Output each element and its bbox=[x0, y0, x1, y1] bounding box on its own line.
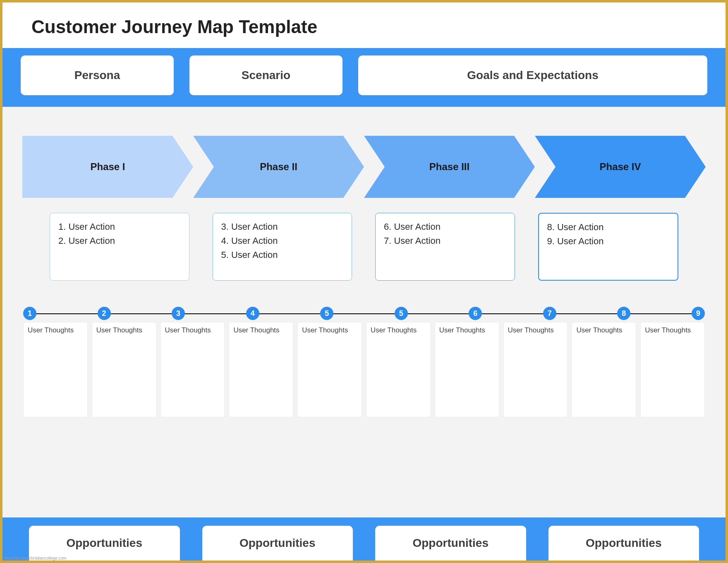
thoughts-section: 1234556789 User ThoughtsUser ThoughtsUse… bbox=[10, 285, 718, 513]
footer-card-opportunities: Opportunities bbox=[202, 526, 353, 561]
page-title: Customer Journey Map Template bbox=[31, 17, 697, 37]
timeline-point: 5 bbox=[395, 307, 408, 320]
action-item: 8. User Action bbox=[547, 220, 670, 234]
timeline-point: 3 bbox=[172, 307, 185, 320]
timeline-point: 8 bbox=[617, 307, 630, 320]
action-item: 9. User Action bbox=[547, 234, 670, 248]
timeline-point: 7 bbox=[543, 307, 556, 320]
thought-card: User Thoughts bbox=[23, 322, 88, 417]
phase-label: Phase IV bbox=[599, 161, 641, 173]
thought-card: User Thoughts bbox=[435, 322, 499, 417]
timeline: 1234556789 bbox=[23, 307, 705, 320]
header-card-goals: Goals and Expectations bbox=[358, 55, 707, 95]
thought-card: User Thoughts bbox=[229, 322, 293, 417]
action-box-3: 6. User Action7. User Action bbox=[375, 213, 515, 281]
phase-arrow-1: Phase I bbox=[22, 136, 193, 198]
header-card-persona: Persona bbox=[21, 55, 174, 95]
action-item: 1. User Action bbox=[58, 220, 181, 234]
footer-card-opportunities: Opportunities bbox=[548, 526, 699, 561]
action-item: 6. User Action bbox=[384, 220, 506, 234]
footer-card-opportunities: Opportunities bbox=[29, 526, 180, 561]
action-item: 7. User Action bbox=[384, 234, 506, 248]
diagram-frame: Customer Journey Map Template Persona Sc… bbox=[0, 0, 728, 563]
timeline-point: 2 bbox=[98, 307, 111, 320]
timeline-point: 9 bbox=[692, 307, 705, 320]
phase-arrow-4: Phase IV bbox=[535, 136, 706, 198]
phase-label: Phase II bbox=[260, 161, 297, 173]
action-item: 2. User Action bbox=[58, 234, 181, 248]
thought-card: User Thoughts bbox=[640, 322, 705, 417]
action-box-4: 8. User Action9. User Action bbox=[538, 213, 679, 281]
timeline-point: 1 bbox=[23, 307, 36, 320]
thought-card: User Thoughts bbox=[297, 322, 362, 417]
action-boxes: 1. User Action2. User Action 3. User Act… bbox=[10, 198, 718, 285]
action-box-2: 3. User Action4. User Action5. User Acti… bbox=[213, 213, 352, 281]
timeline-point: 4 bbox=[246, 307, 259, 320]
action-item: 3. User Action bbox=[221, 220, 344, 234]
phase-arrow-2: Phase II bbox=[193, 136, 364, 198]
main-area: Phase I Phase II Phase III Phase IV 1. U… bbox=[2, 107, 726, 517]
action-item: 4. User Action bbox=[221, 234, 344, 248]
thought-card: User Thoughts bbox=[92, 322, 156, 417]
header-card-scenario: Scenario bbox=[189, 55, 342, 95]
timeline-point: 6 bbox=[469, 307, 482, 320]
action-box-1: 1. User Action2. User Action bbox=[50, 213, 189, 281]
thought-card: User Thoughts bbox=[572, 322, 636, 417]
header-strip: Persona Scenario Goals and Expectations bbox=[2, 48, 726, 107]
footer-card-opportunities: Opportunities bbox=[375, 526, 526, 561]
phase-arrows: Phase I Phase II Phase III Phase IV bbox=[10, 136, 718, 198]
phase-label: Phase I bbox=[90, 161, 125, 173]
thought-card: User Thoughts bbox=[160, 322, 225, 417]
title-bar: Customer Journey Map Template bbox=[2, 2, 726, 48]
thought-card: User Thoughts bbox=[503, 322, 568, 417]
phase-arrow-3: Phase III bbox=[364, 136, 535, 198]
thought-cards: User ThoughtsUser ThoughtsUser ThoughtsU… bbox=[23, 322, 705, 417]
watermark: www.heritagechristiancollege.com bbox=[4, 556, 67, 561]
timeline-axis bbox=[30, 313, 698, 314]
footer-strip: OpportunitiesOpportunitiesOpportunitiesO… bbox=[2, 517, 726, 561]
action-item: 5. User Action bbox=[221, 248, 344, 262]
thought-card: User Thoughts bbox=[366, 322, 431, 417]
phase-label: Phase III bbox=[429, 161, 469, 173]
timeline-point: 5 bbox=[320, 307, 333, 320]
